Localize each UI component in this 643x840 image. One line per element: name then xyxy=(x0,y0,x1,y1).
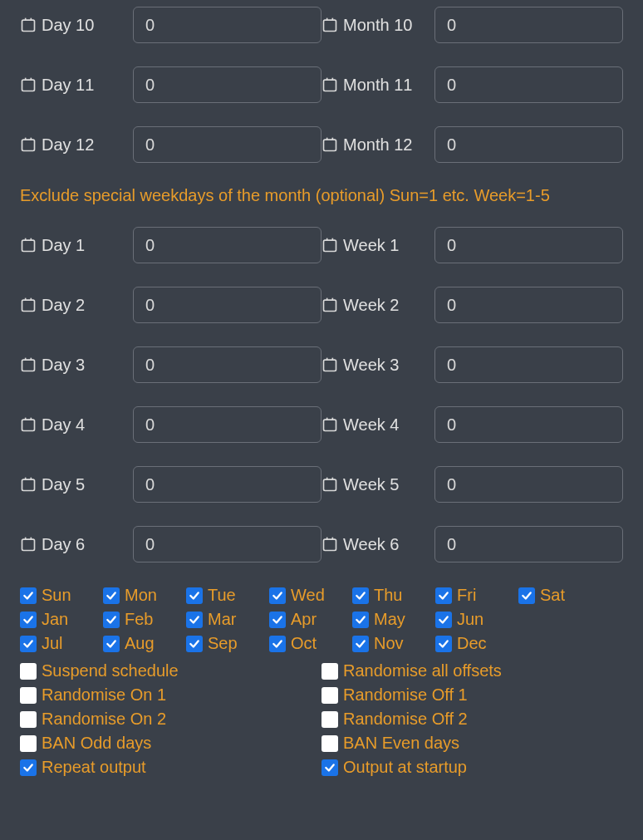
day-month-right-input[interactable] xyxy=(434,7,623,43)
option-label: Output at startup xyxy=(343,758,467,777)
day-month-right-input[interactable] xyxy=(434,66,623,103)
day-week-right-input[interactable] xyxy=(434,466,623,503)
day-week-right-input[interactable] xyxy=(434,227,623,263)
svg-rect-45 xyxy=(324,479,336,490)
option-checkbox-output-at-startup[interactable] xyxy=(322,759,338,776)
option-item: Randomise Off 2 xyxy=(322,710,623,729)
calendar-icon xyxy=(322,416,338,433)
option-item: Output at startup xyxy=(322,758,623,777)
calendar-icon xyxy=(322,297,338,313)
calendar-icon xyxy=(20,356,37,373)
month-checkbox-aug[interactable] xyxy=(103,636,120,652)
month-checkbox-may[interactable] xyxy=(352,612,369,628)
option-checkbox-randomise-on-1[interactable] xyxy=(20,687,37,704)
month-checkbox-sep[interactable] xyxy=(186,636,203,652)
label-text: Day 10 xyxy=(42,16,94,35)
option-checkbox-randomise-off-1[interactable] xyxy=(322,687,338,704)
month-checkbox-nov[interactable] xyxy=(352,636,369,652)
svg-rect-12 xyxy=(22,140,35,150)
section-title-exclude-weekdays: Exclude special weekdays of the month (o… xyxy=(20,186,623,205)
day-month-left-input[interactable] xyxy=(133,7,322,43)
option-label: BAN Even days xyxy=(343,734,459,753)
day-week-right-label: Week 1 xyxy=(322,236,434,255)
month-row: JulAugSepOctNovDec xyxy=(20,634,623,653)
svg-rect-27 xyxy=(324,300,336,311)
month-checkbox-feb[interactable] xyxy=(103,612,120,628)
day-month-row: Day 10Month 10 xyxy=(20,7,623,43)
day-month-left-input[interactable] xyxy=(133,126,322,163)
day-week-right-input[interactable] xyxy=(434,406,623,443)
day-month-right-input[interactable] xyxy=(434,126,623,163)
option-row: BAN Odd daysBAN Even days xyxy=(20,734,623,753)
option-item: Suspend schedule xyxy=(20,661,322,680)
month-item: Dec xyxy=(435,634,518,653)
option-checkbox-randomise-off-2[interactable] xyxy=(322,711,338,728)
option-checkbox-suspend-schedule[interactable] xyxy=(20,663,37,680)
calendar-icon xyxy=(322,136,338,153)
weekday-checkbox-sat[interactable] xyxy=(518,587,535,604)
month-checkbox-jul[interactable] xyxy=(20,636,37,652)
weekday-checkbox-tue[interactable] xyxy=(186,587,203,604)
label-text: Day 11 xyxy=(42,76,94,95)
weekday-item: Fri xyxy=(435,586,518,605)
day-week-left-input[interactable] xyxy=(133,526,322,562)
day-month-left-input[interactable] xyxy=(133,66,322,103)
weekday-checkbox-mon[interactable] xyxy=(103,587,120,604)
day-week-left-label: Day 2 xyxy=(20,296,133,315)
option-item: Randomise Off 1 xyxy=(322,685,623,705)
weekday-item: Sun xyxy=(20,586,103,605)
day-week-row: Day 4Week 4 xyxy=(20,406,623,443)
svg-rect-48 xyxy=(22,539,35,550)
month-item: May xyxy=(352,610,435,629)
label-text: Week 1 xyxy=(343,236,399,255)
day-week-left-input[interactable] xyxy=(133,346,322,383)
option-checkbox-repeat-output[interactable] xyxy=(20,759,37,776)
day-week-left-input[interactable] xyxy=(133,466,322,503)
calendar-icon xyxy=(20,237,37,253)
month-checkbox-dec[interactable] xyxy=(435,636,452,652)
svg-rect-21 xyxy=(324,240,336,251)
day-month-row: Day 11Month 11 xyxy=(20,66,623,103)
option-checkbox-randomise-on-2[interactable] xyxy=(20,711,37,728)
month-checkbox-oct[interactable] xyxy=(269,636,286,652)
month-checkbox-jun[interactable] xyxy=(435,612,452,628)
month-item: Sep xyxy=(186,634,269,653)
month-checkbox-mar[interactable] xyxy=(186,612,203,628)
day-week-left-label: Day 3 xyxy=(20,356,133,375)
option-label: Randomise all offsets xyxy=(343,661,502,680)
month-checkbox-jan[interactable] xyxy=(20,612,37,628)
weekday-checkbox-fri[interactable] xyxy=(435,587,452,604)
day-week-left-input[interactable] xyxy=(133,406,322,443)
calendar-icon xyxy=(322,76,338,93)
weekday-checkbox-sun[interactable] xyxy=(20,587,37,604)
month-item: Oct xyxy=(269,634,352,653)
month-label: Jul xyxy=(42,634,63,653)
day-week-right-label: Week 6 xyxy=(322,535,434,554)
label-text: Day 4 xyxy=(42,415,85,435)
weekday-label: Fri xyxy=(457,586,476,605)
label-text: Day 12 xyxy=(42,135,94,155)
weekday-checkbox-wed[interactable] xyxy=(269,587,286,604)
day-month-right-label: Month 11 xyxy=(322,76,434,95)
option-label: BAN Odd days xyxy=(42,734,151,753)
month-label: Feb xyxy=(125,610,153,629)
month-label: Dec xyxy=(457,634,487,653)
month-item: Apr xyxy=(269,610,352,629)
weekday-checkbox-thu[interactable] xyxy=(352,587,369,604)
option-checkbox-randomise-all-offsets[interactable] xyxy=(322,663,338,680)
day-week-right-input[interactable] xyxy=(434,287,623,323)
label-text: Day 5 xyxy=(42,475,85,494)
option-checkbox-ban-even-days[interactable] xyxy=(322,735,338,752)
option-checkbox-ban-odd-days[interactable] xyxy=(20,735,37,752)
day-week-left-label: Day 1 xyxy=(20,236,133,255)
month-item: Jul xyxy=(20,634,103,653)
weekday-label: Thu xyxy=(374,586,402,605)
day-week-left-input[interactable] xyxy=(133,287,322,323)
calendar-icon xyxy=(322,536,338,553)
month-checkbox-apr[interactable] xyxy=(269,612,286,628)
day-week-right-input[interactable] xyxy=(434,526,623,562)
day-week-right-input[interactable] xyxy=(434,346,623,383)
option-label: Randomise On 1 xyxy=(42,685,166,705)
month-label: Oct xyxy=(291,634,317,653)
day-week-left-input[interactable] xyxy=(133,227,322,263)
